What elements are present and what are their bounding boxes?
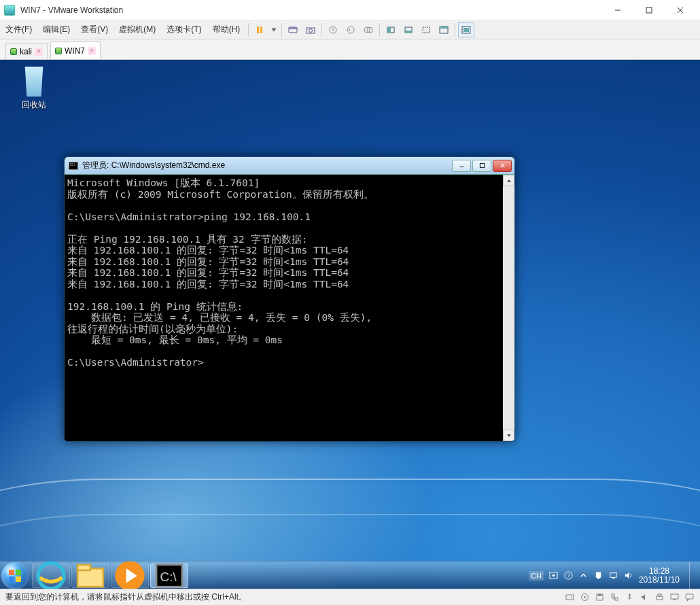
taskbar-explorer-icon[interactable] <box>71 564 109 588</box>
minimize-button[interactable] <box>602 0 633 20</box>
toolbar-unity-icon[interactable] <box>458 22 474 37</box>
scroll-up-icon[interactable] <box>503 175 514 186</box>
cmd-scrollbar[interactable] <box>503 175 514 441</box>
svg-point-21 <box>38 563 64 589</box>
system-tray: CH ? 18:28 2018/11/10 <box>529 562 699 589</box>
tabbar: kali × WIN7 × <box>0 39 700 60</box>
svg-point-8 <box>347 27 354 33</box>
win7-desktop[interactable]: 回收站 管理员: C:\Windows\system32\cmd.exe Mic… <box>0 60 700 589</box>
svg-rect-23 <box>77 564 90 570</box>
device-network-icon[interactable] <box>609 592 620 603</box>
device-usb-icon[interactable] <box>624 592 635 603</box>
cmd-close-button[interactable] <box>493 160 512 172</box>
tray-clock[interactable]: 18:28 2018/11/10 <box>639 567 680 585</box>
tray-time: 18:28 <box>639 567 680 576</box>
ime-tool-icon[interactable] <box>549 571 559 581</box>
device-cd-icon[interactable] <box>579 592 590 603</box>
taskbar-mediaplayer-icon[interactable] <box>111 564 149 588</box>
toolbar-send-ctrlaltdel-icon[interactable] <box>285 22 301 37</box>
cmd-window[interactable]: 管理员: C:\Windows\system32\cmd.exe Microso… <box>64 156 515 442</box>
taskbar-ie-icon[interactable] <box>32 564 70 588</box>
tab-win7[interactable]: WIN7 × <box>50 41 101 59</box>
tab-kali[interactable]: kali × <box>5 43 48 59</box>
svg-rect-39 <box>612 594 614 597</box>
taskbar-cmd-icon[interactable]: C:\ <box>150 564 188 588</box>
ime-indicator[interactable]: CH <box>529 571 544 581</box>
cmd-titlebar[interactable]: 管理员: C:\Windows\system32\cmd.exe <box>65 157 514 175</box>
svg-rect-4 <box>289 27 297 29</box>
vmware-statusbar: 要返回到您的计算机，请将鼠标指针从虚拟机中移出或按 Ctrl+Alt。 <box>0 589 700 605</box>
svg-point-36 <box>584 596 586 598</box>
toolbar-snapshot-icon[interactable] <box>302 22 319 37</box>
vm-running-icon <box>55 48 62 54</box>
window-title: WIN7 - VMware Workstation <box>20 5 602 15</box>
toolbar-pause-menu[interactable] <box>269 22 279 37</box>
menu-file[interactable]: 文件(F) <box>0 20 37 39</box>
vm-running-icon <box>10 48 17 55</box>
toolbar-fullscreen-icon[interactable] <box>436 22 452 37</box>
svg-rect-44 <box>671 594 678 599</box>
menu-view[interactable]: 查看(V) <box>75 20 113 39</box>
svg-text:?: ? <box>567 572 570 578</box>
svg-rect-14 <box>405 31 412 33</box>
vm-viewport[interactable]: 回收站 管理员: C:\Windows\system32\cmd.exe Mic… <box>0 60 700 589</box>
svg-rect-42 <box>657 596 663 600</box>
cmd-minimize-button[interactable] <box>452 160 471 172</box>
svg-rect-32 <box>612 577 615 578</box>
menu-edit[interactable]: 编辑(E) <box>37 20 75 39</box>
tray-date: 2018/11/10 <box>639 576 680 585</box>
cmd-output: Microsoft Windows [版本 6.1.7601] 版权所有 (c)… <box>65 175 503 441</box>
maximize-button[interactable] <box>633 0 665 20</box>
device-display-icon[interactable] <box>669 592 680 603</box>
vmware-titlebar: WIN7 - VMware Workstation <box>0 0 700 20</box>
menubar: 文件(F) 编辑(E) 查看(V) 虚拟机(M) 选项卡(T) 帮助(H) <box>0 20 700 39</box>
scroll-down-icon[interactable] <box>503 430 514 441</box>
windows-logo-icon <box>9 570 21 582</box>
cmd-title: 管理员: C:\Windows\system32\cmd.exe <box>82 160 452 171</box>
device-hdd-icon[interactable] <box>564 592 575 603</box>
toolbar-snap-revert-icon[interactable] <box>343 22 359 37</box>
svg-point-34 <box>571 597 572 598</box>
tab-close-icon[interactable]: × <box>88 47 96 55</box>
tab-label: WIN7 <box>65 46 85 56</box>
svg-rect-33 <box>566 595 574 600</box>
svg-rect-12 <box>387 27 391 33</box>
toolbar-fit-guest-icon[interactable] <box>383 22 399 37</box>
toolbar-snap-take-icon[interactable] <box>325 22 341 37</box>
volume-icon[interactable] <box>624 571 633 581</box>
toolbar-thumbnail-icon[interactable] <box>400 22 417 37</box>
help-icon[interactable]: ? <box>564 571 574 581</box>
device-message-icon[interactable] <box>684 592 695 603</box>
action-center-icon[interactable] <box>594 571 603 581</box>
start-button[interactable] <box>1 562 29 589</box>
toolbar-stretch-icon[interactable] <box>418 22 434 37</box>
menu-tabs[interactable]: 选项卡(T) <box>161 20 207 39</box>
cmd-icon <box>69 162 78 170</box>
svg-rect-40 <box>615 598 618 600</box>
svg-rect-38 <box>598 594 601 596</box>
menu-help[interactable]: 帮助(H) <box>207 20 246 39</box>
close-button[interactable] <box>665 0 696 20</box>
network-icon[interactable] <box>609 571 618 581</box>
device-sound-icon[interactable] <box>639 592 650 603</box>
tab-close-icon[interactable]: × <box>35 48 43 56</box>
toolbar-snap-manage-icon[interactable] <box>360 22 377 37</box>
show-desktop-button[interactable] <box>689 562 696 589</box>
toolbar-pause-icon[interactable] <box>251 22 268 37</box>
svg-point-6 <box>309 29 313 32</box>
cmd-maximize-button[interactable] <box>472 160 491 172</box>
svg-rect-31 <box>610 573 616 578</box>
svg-rect-0 <box>646 7 652 13</box>
svg-rect-43 <box>658 594 661 596</box>
svg-rect-45 <box>673 599 676 600</box>
recycle-bin-icon[interactable]: 回收站 <box>12 67 56 111</box>
tray-expand-icon[interactable] <box>579 571 589 581</box>
menu-vm[interactable]: 虚拟机(M) <box>113 20 161 39</box>
svg-rect-15 <box>423 27 430 33</box>
device-floppy-icon[interactable] <box>594 592 605 603</box>
svg-rect-46 <box>686 594 693 599</box>
svg-rect-19 <box>463 28 469 32</box>
status-message: 要返回到您的计算机，请将鼠标指针从虚拟机中移出或按 Ctrl+Alt。 <box>5 591 564 603</box>
device-printer-icon[interactable] <box>654 592 665 603</box>
recycle-bin-label: 回收站 <box>12 99 56 111</box>
